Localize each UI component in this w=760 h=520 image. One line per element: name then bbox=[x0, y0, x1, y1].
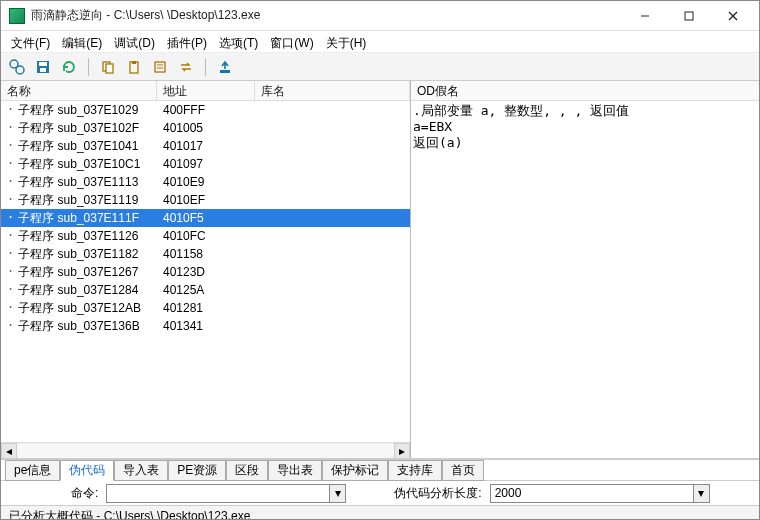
menu-item[interactable]: 插件(P) bbox=[161, 33, 213, 54]
refresh-icon[interactable] bbox=[59, 57, 79, 77]
tree-handle-icon: · bbox=[7, 174, 14, 191]
tab[interactable]: 区段 bbox=[226, 460, 268, 481]
cell-addr: 401158 bbox=[157, 247, 255, 261]
tab[interactable]: 伪代码 bbox=[60, 460, 114, 481]
length-input[interactable] bbox=[491, 486, 693, 500]
swap-icon[interactable] bbox=[176, 57, 196, 77]
export-icon[interactable] bbox=[215, 57, 235, 77]
chevron-down-icon[interactable]: ▾ bbox=[693, 485, 709, 502]
svg-rect-12 bbox=[132, 61, 136, 64]
command-label: 命令: bbox=[71, 485, 98, 502]
cell-addr: 401017 bbox=[157, 139, 255, 153]
cell-name: ·子程序 sub_037E1029 bbox=[1, 102, 157, 119]
horizontal-scrollbar[interactable]: ◂ ▸ bbox=[1, 442, 410, 458]
cell-name: ·子程序 sub_037E1182 bbox=[1, 246, 157, 263]
command-combo[interactable]: ▾ bbox=[106, 484, 346, 503]
cell-name: ·子程序 sub_037E1284 bbox=[1, 282, 157, 299]
table-row[interactable]: ·子程序 sub_037E11194010EF bbox=[1, 191, 410, 209]
table-row[interactable]: ·子程序 sub_037E11134010E9 bbox=[1, 173, 410, 191]
tab[interactable]: 支持库 bbox=[388, 460, 442, 481]
row-name: 子程序 sub_037E1029 bbox=[18, 102, 138, 119]
tab[interactable]: PE资源 bbox=[168, 460, 226, 481]
table-row[interactable]: ·子程序 sub_037E128440125A bbox=[1, 281, 410, 299]
menu-item[interactable]: 文件(F) bbox=[5, 33, 56, 54]
row-name: 子程序 sub_037E111F bbox=[18, 210, 139, 227]
row-name: 子程序 sub_037E136B bbox=[18, 318, 139, 335]
scroll-right-icon[interactable]: ▸ bbox=[394, 443, 410, 459]
cell-addr: 4010EF bbox=[157, 193, 255, 207]
right-header: OD假名 bbox=[411, 81, 759, 101]
row-name: 子程序 sub_037E1041 bbox=[18, 138, 138, 155]
row-name: 子程序 sub_037E12AB bbox=[18, 300, 141, 317]
table-row[interactable]: ·子程序 sub_037E111F4010F5 bbox=[1, 209, 410, 227]
save-icon[interactable] bbox=[33, 57, 53, 77]
paste-icon[interactable] bbox=[124, 57, 144, 77]
cell-addr: 401281 bbox=[157, 301, 255, 315]
scroll-left-icon[interactable]: ◂ bbox=[1, 443, 17, 459]
pseudocode-text[interactable]: .局部变量 a, 整数型, , , 返回值 a=EBX 返回(a) bbox=[411, 101, 759, 458]
menu-item[interactable]: 调试(D) bbox=[108, 33, 161, 54]
table-row[interactable]: ·子程序 sub_037E10C1401097 bbox=[1, 155, 410, 173]
length-combo[interactable]: ▾ bbox=[490, 484, 710, 503]
tree-handle-icon: · bbox=[7, 156, 14, 173]
subroutine-list-pane: 名称 地址 库名 ·子程序 sub_037E1029400FFF·子程序 sub… bbox=[1, 81, 411, 458]
tab[interactable]: 首页 bbox=[442, 460, 484, 481]
note-icon[interactable] bbox=[150, 57, 170, 77]
toolbar-separator bbox=[88, 58, 89, 76]
scroll-track[interactable] bbox=[17, 444, 394, 458]
cell-name: ·子程序 sub_037E10C1 bbox=[1, 156, 157, 173]
column-lib[interactable]: 库名 bbox=[255, 81, 410, 100]
table-row[interactable]: ·子程序 sub_037E12AB401281 bbox=[1, 299, 410, 317]
tab[interactable]: 导入表 bbox=[114, 460, 168, 481]
grid-body[interactable]: ·子程序 sub_037E1029400FFF·子程序 sub_037E102F… bbox=[1, 101, 410, 442]
tree-handle-icon: · bbox=[7, 228, 14, 245]
tab[interactable]: 导出表 bbox=[268, 460, 322, 481]
tree-handle-icon: · bbox=[7, 300, 14, 317]
tree-handle-icon: · bbox=[7, 192, 14, 209]
table-row[interactable]: ·子程序 sub_037E136B401341 bbox=[1, 317, 410, 335]
row-name: 子程序 sub_037E10C1 bbox=[18, 156, 140, 173]
table-row[interactable]: ·子程序 sub_037E1041401017 bbox=[1, 137, 410, 155]
table-row[interactable]: ·子程序 sub_037E11264010FC bbox=[1, 227, 410, 245]
copy-icon[interactable] bbox=[98, 57, 118, 77]
cell-addr: 40123D bbox=[157, 265, 255, 279]
minimize-button[interactable] bbox=[623, 2, 667, 30]
menu-item[interactable]: 编辑(E) bbox=[56, 33, 108, 54]
tree-handle-icon: · bbox=[7, 264, 14, 281]
close-button[interactable] bbox=[711, 2, 755, 30]
tab[interactable]: pe信息 bbox=[5, 460, 60, 481]
status-text: 已分析大概代码 - C:\Users\ \Desktop\123.exe bbox=[9, 508, 250, 520]
svg-rect-8 bbox=[40, 68, 46, 72]
menu-item[interactable]: 关于(H) bbox=[320, 33, 373, 54]
pseudocode-pane: OD假名 .局部变量 a, 整数型, , , 返回值 a=EBX 返回(a) bbox=[411, 81, 759, 458]
row-name: 子程序 sub_037E1126 bbox=[18, 228, 138, 245]
menu-item[interactable]: 窗口(W) bbox=[264, 33, 319, 54]
workarea: 名称 地址 库名 ·子程序 sub_037E1029400FFF·子程序 sub… bbox=[1, 81, 759, 459]
chevron-down-icon[interactable]: ▾ bbox=[329, 485, 345, 502]
tree-handle-icon: · bbox=[7, 318, 14, 335]
row-name: 子程序 sub_037E1284 bbox=[18, 282, 138, 299]
titlebar: 雨滴静态逆向 - C:\Users\ \Desktop\123.exe bbox=[1, 1, 759, 31]
column-name[interactable]: 名称 bbox=[1, 81, 157, 100]
table-row[interactable]: ·子程序 sub_037E1182401158 bbox=[1, 245, 410, 263]
app-icon bbox=[9, 8, 25, 24]
tree-handle-icon: · bbox=[7, 246, 14, 263]
table-row[interactable]: ·子程序 sub_037E1029400FFF bbox=[1, 101, 410, 119]
menu-item[interactable]: 选项(T) bbox=[213, 33, 264, 54]
column-odalias[interactable]: OD假名 bbox=[411, 81, 465, 100]
cell-name: ·子程序 sub_037E1113 bbox=[1, 174, 157, 191]
command-input[interactable] bbox=[107, 486, 329, 500]
cell-name: ·子程序 sub_037E1267 bbox=[1, 264, 157, 281]
maximize-button[interactable] bbox=[667, 2, 711, 30]
cell-name: ·子程序 sub_037E12AB bbox=[1, 300, 157, 317]
tab[interactable]: 保护标记 bbox=[322, 460, 388, 481]
cell-addr: 4010E9 bbox=[157, 175, 255, 189]
svg-rect-16 bbox=[220, 70, 230, 73]
column-addr[interactable]: 地址 bbox=[157, 81, 255, 100]
cell-name: ·子程序 sub_037E136B bbox=[1, 318, 157, 335]
table-row[interactable]: ·子程序 sub_037E102F401005 bbox=[1, 119, 410, 137]
table-row[interactable]: ·子程序 sub_037E126740123D bbox=[1, 263, 410, 281]
cfg-icon[interactable] bbox=[7, 57, 27, 77]
command-row: 命令: ▾ 伪代码分析长度: ▾ bbox=[1, 481, 759, 505]
cell-addr: 4010F5 bbox=[157, 211, 255, 225]
